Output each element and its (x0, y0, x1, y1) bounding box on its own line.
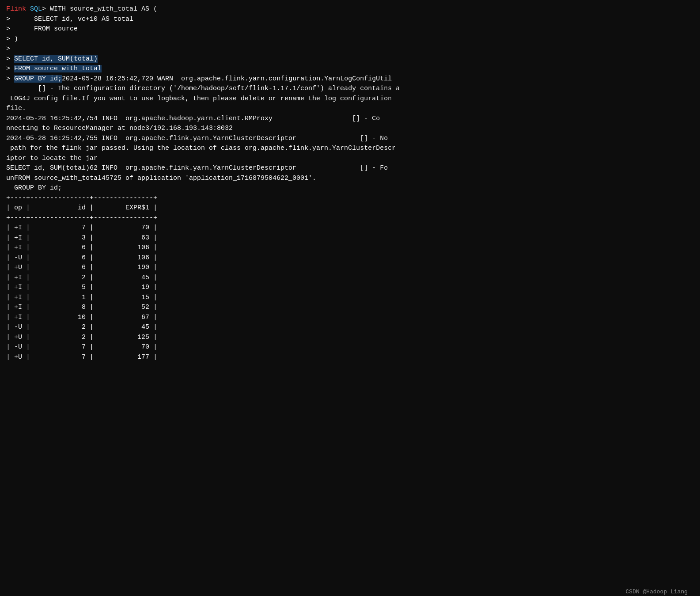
table-border-top-text: +----+---------------+---------------+ (6, 194, 157, 202)
table-row-2-text: | +I | 3 | 63 | (6, 234, 157, 242)
line-19-text: GROUP BY id; (6, 184, 62, 192)
line-6-highlighted: SELECT id, SUM(total) (14, 55, 98, 63)
line-13-text: nnecting to ResourceManager at node3/192… (6, 125, 233, 132)
line-18-text: unFROM source_with_total45725 of applica… (6, 175, 316, 182)
line-11-text: file. (6, 105, 26, 112)
line-12: 2024-05-28 16:25:42,754 INFO org.apache.… (6, 114, 694, 124)
table-row-11: | -U | 2 | 45 | (6, 323, 694, 333)
table-header: | op | id | EXPR$1 | (6, 203, 694, 213)
line-5: > (6, 44, 694, 54)
line-3-text: > FROM source (6, 25, 78, 33)
prompt-1: > WITH source_with_total AS ( (42, 5, 157, 13)
terminal-window: Flink SQL> WITH source_with_total AS ( >… (6, 4, 694, 596)
line-9: [] - The configuration directory ('/home… (6, 84, 694, 94)
line-4-text: > ) (6, 35, 18, 43)
line-2: > SELECT id, vc+10 AS total (6, 15, 694, 25)
table-row-13-text: | -U | 7 | 70 | (6, 343, 157, 351)
table-row-2: | +I | 3 | 63 | (6, 233, 694, 243)
line-19: GROUP BY id; (6, 183, 694, 194)
table-row-4: | -U | 6 | 106 | (6, 253, 694, 263)
line-7-prefix: > (6, 65, 14, 72)
line-12-text: 2024-05-28 16:25:42,754 INFO org.apache.… (6, 115, 380, 122)
table-border-top: +----+---------------+---------------+ (6, 194, 694, 204)
line-2-text: > SELECT id, vc+10 AS total (6, 15, 133, 23)
table-row-12: | +U | 2 | 125 | (6, 333, 694, 343)
line-13: nnecting to ResourceManager at node3/192… (6, 124, 694, 134)
table-row-14-text: | +U | 7 | 177 | (6, 353, 157, 361)
line-8-prefix: > (6, 75, 14, 83)
line-14-text: 2024-05-28 16:25:42,755 INFO org.apache.… (6, 135, 388, 142)
table-row-7-text: | +I | 5 | 19 | (6, 284, 157, 291)
table-header-text: | op | id | EXPR$1 | (6, 204, 157, 212)
table-row-8-text: | +I | 1 | 15 | (6, 294, 157, 301)
table-row-10-text: | +I | 10 | 67 | (6, 314, 157, 321)
table-row-14: | +U | 7 | 177 | (6, 353, 694, 363)
table-row-3: | +I | 6 | 106 | (6, 243, 694, 253)
line-8: > GROUP BY id;2024-05-28 16:25:42,720 WA… (6, 74, 694, 84)
table-row-6-text: | +I | 2 | 45 | (6, 274, 157, 281)
table-row-11-text: | -U | 2 | 45 | (6, 323, 157, 331)
table-row-13: | -U | 7 | 70 | (6, 342, 694, 353)
flink-label: Flink (6, 5, 26, 13)
table-row-5-text: | +U | 6 | 190 | (6, 264, 157, 271)
sql-label: SQL (30, 5, 42, 13)
line-1: Flink SQL> WITH source_with_total AS ( (6, 4, 694, 15)
line-15: path for the flink jar passed. Using the… (6, 144, 694, 154)
line-9-text: [] - The configuration directory ('/home… (6, 85, 400, 92)
line-7-highlighted: FROM source_with_total (14, 65, 102, 72)
line-8-warn: 2024-05-28 16:25:42,720 WARN org.apache.… (62, 75, 392, 83)
line-18: unFROM source_with_total45725 of applica… (6, 174, 694, 184)
table-row-12-text: | +U | 2 | 125 | (6, 334, 157, 341)
line-11: file. (6, 104, 694, 114)
line-10: LOG4J config file.If you want to use log… (6, 94, 694, 104)
line-6-prefix: > (6, 55, 14, 63)
watermark-text: CSDN @Hadoop_Liang (626, 588, 688, 595)
line-17-text: SELECT id, SUM(total)62 INFO org.apache.… (6, 164, 388, 172)
line-10-text: LOG4J config file.If you want to use log… (6, 95, 392, 102)
table-row-9-text: | +I | 8 | 52 | (6, 304, 157, 311)
line-16-text: iptor to locate the jar (6, 155, 98, 162)
table-row-8: | +I | 1 | 15 | (6, 293, 694, 303)
line-16: iptor to locate the jar (6, 154, 694, 164)
table-border-mid: +----+---------------+---------------+ (6, 213, 694, 224)
table-border-mid-text: +----+---------------+---------------+ (6, 214, 157, 222)
table-row-7: | +I | 5 | 19 | (6, 283, 694, 293)
watermark: CSDN @Hadoop_Liang (626, 588, 688, 596)
table-row-1-text: | +I | 7 | 70 | (6, 224, 157, 232)
table-row-5: | +U | 6 | 190 | (6, 263, 694, 273)
line-3: > FROM source (6, 24, 694, 34)
table-row-1: | +I | 7 | 70 | (6, 223, 694, 233)
table-row-4-text: | -U | 6 | 106 | (6, 254, 157, 262)
line-6: > SELECT id, SUM(total) (6, 54, 694, 65)
table-row-10: | +I | 10 | 67 | (6, 313, 694, 323)
line-14: 2024-05-28 16:25:42,755 INFO org.apache.… (6, 134, 694, 144)
line-5-text: > (6, 45, 10, 53)
table-row-9: | +I | 8 | 52 | (6, 303, 694, 313)
line-15-text: path for the flink jar passed. Using the… (6, 144, 396, 152)
line-4: > ) (6, 34, 694, 45)
table-row-6: | +I | 2 | 45 | (6, 273, 694, 283)
line-17: SELECT id, SUM(total)62 INFO org.apache.… (6, 163, 694, 174)
line-8-highlighted: GROUP BY id; (14, 75, 62, 83)
line-7: > FROM source_with_total (6, 64, 694, 74)
table-row-3-text: | +I | 6 | 106 | (6, 244, 157, 251)
